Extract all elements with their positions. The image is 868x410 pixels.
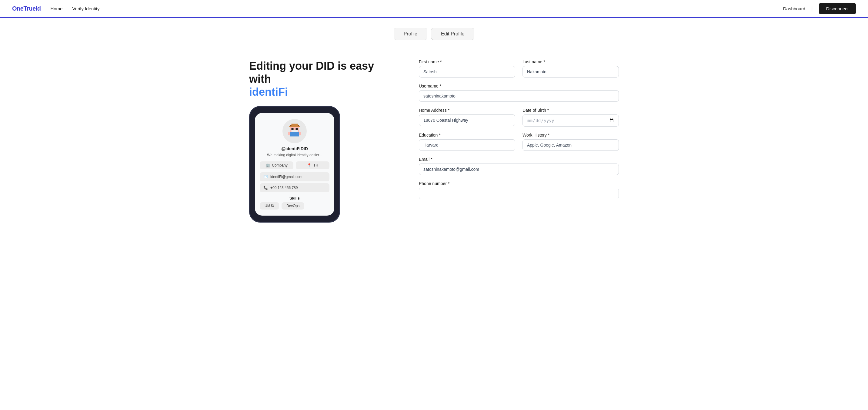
- form-row-username: Username *: [419, 83, 619, 102]
- main-content: Editing your DID is easy with identiFi: [237, 47, 631, 235]
- form-group-phone: Phone number *: [419, 181, 619, 199]
- avatar: [282, 119, 307, 143]
- tab-profile[interactable]: Profile: [394, 28, 427, 40]
- form-group-email: Email *: [419, 157, 619, 175]
- tab-edit-profile[interactable]: Edit Profile: [431, 28, 474, 40]
- form-group-education: Education *: [419, 133, 515, 151]
- nav-home[interactable]: Home: [50, 6, 62, 11]
- phone-phone-value: +00 123 456 789: [270, 185, 298, 190]
- phone-location-tag: 📍 TH: [296, 161, 330, 169]
- disconnect-button[interactable]: Disconnect: [819, 3, 856, 14]
- form-group-work-history: Work History *: [523, 133, 619, 151]
- last-name-label: Last name *: [523, 59, 619, 64]
- nav-verify-identity[interactable]: Verify Identity: [72, 6, 99, 11]
- phone-username: @identiFiDID: [281, 146, 308, 151]
- form-row-edu-work: Education * Work History *: [419, 133, 619, 151]
- last-name-input[interactable]: [523, 66, 619, 77]
- phone-phone-row: 📞 +00 123 456 789: [260, 183, 330, 192]
- navbar-right: Dashboard | Disconnect: [783, 3, 856, 14]
- email-label: Email *: [419, 157, 619, 162]
- form-group-dob: Date of Birth *: [523, 108, 619, 127]
- svg-rect-1: [289, 126, 300, 127]
- dashboard-link[interactable]: Dashboard: [783, 6, 805, 11]
- form-group-firstname: First name *: [419, 59, 515, 77]
- svg-rect-6: [291, 124, 298, 126]
- building-icon: 🏢: [266, 163, 270, 167]
- email-icon: ✉️: [264, 175, 268, 179]
- phone-company-label: Company: [272, 163, 287, 167]
- phone-bio: We making digital Identity easier...: [267, 153, 322, 157]
- navbar-left: OneTrueId Home Verify Identity: [12, 5, 99, 12]
- phone-skill-2: DevOps: [282, 202, 304, 209]
- location-icon: 📍: [307, 163, 312, 167]
- form-row-name: First name * Last name *: [419, 59, 619, 77]
- right-side: First name * Last name * Username * Home…: [419, 59, 619, 223]
- phone-email-row: ✉️ identiFi@gmail.com: [260, 172, 330, 181]
- logo-prefix: OneTrue: [12, 5, 36, 12]
- hero-title-line1: Editing your DID is easy with: [249, 60, 374, 85]
- first-name-label: First name *: [419, 59, 515, 64]
- form-group-address: Home Address *: [419, 108, 515, 127]
- username-input[interactable]: [419, 90, 619, 102]
- dob-label: Date of Birth *: [523, 108, 619, 113]
- work-history-input[interactable]: [523, 139, 619, 151]
- phone-skill-1: UI/UX: [260, 202, 279, 209]
- education-input[interactable]: [419, 139, 515, 151]
- phone-mockup: @identiFiDID We making digital Identity …: [249, 106, 340, 223]
- logo: OneTrueId: [12, 5, 41, 12]
- phone-number-label: Phone number *: [419, 181, 619, 186]
- avatar-pixel-art: [286, 123, 303, 140]
- phone-skills-title: Skills: [289, 196, 300, 201]
- logo-suffix: Id: [36, 5, 41, 12]
- phone-number-input[interactable]: [419, 188, 619, 199]
- phone-inner: @identiFiDID We making digital Identity …: [255, 113, 334, 215]
- form-group-lastname: Last name *: [523, 59, 619, 77]
- email-input[interactable]: [419, 164, 619, 175]
- phone-skills-row: UI/UX DevOps: [260, 202, 330, 209]
- phone-icon: 📞: [264, 185, 268, 190]
- home-address-label: Home Address *: [419, 108, 515, 113]
- phone-email-value: identiFi@gmail.com: [270, 175, 303, 179]
- tabs-container: Profile Edit Profile: [0, 18, 868, 47]
- work-history-label: Work History *: [523, 133, 619, 137]
- navbar: OneTrueId Home Verify Identity Dashboard…: [0, 0, 868, 18]
- hero-title: Editing your DID is easy with identiFi: [249, 59, 395, 99]
- form-row-phone: Phone number *: [419, 181, 619, 199]
- svg-rect-9: [299, 132, 301, 135]
- hero-title-brand: identiFi: [249, 86, 288, 98]
- phone-tags: 🏢 Company 📍 TH: [260, 161, 330, 169]
- username-label: Username *: [419, 83, 619, 89]
- form-row-email: Email *: [419, 157, 619, 175]
- form-group-username: Username *: [419, 83, 619, 102]
- svg-rect-8: [288, 132, 290, 135]
- svg-rect-4: [296, 128, 298, 130]
- nav-divider: |: [811, 5, 813, 12]
- form-row-address-dob: Home Address * Date of Birth *: [419, 108, 619, 127]
- phone-company-tag: 🏢 Company: [260, 161, 293, 169]
- home-address-input[interactable]: [419, 114, 515, 126]
- phone-location-label: TH: [313, 163, 318, 167]
- dob-input[interactable]: [523, 114, 619, 127]
- svg-rect-3: [291, 128, 294, 130]
- svg-rect-7: [290, 132, 299, 136]
- left-side: Editing your DID is easy with identiFi: [249, 59, 395, 223]
- education-label: Education *: [419, 133, 515, 137]
- first-name-input[interactable]: [419, 66, 515, 77]
- svg-rect-5: [291, 130, 298, 132]
